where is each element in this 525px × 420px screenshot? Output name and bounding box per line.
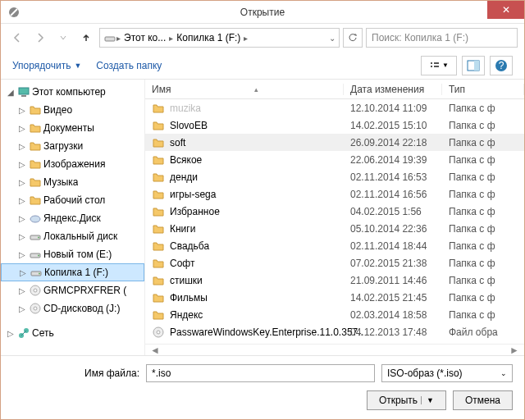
- folder-icon: [152, 291, 165, 304]
- file-row[interactable]: Всякое 22.06.2014 19:39 Папка с ф: [145, 151, 524, 168]
- file-date: 02.11.2014 18:44: [344, 240, 442, 252]
- navigation-tree[interactable]: ◢Этот компьютер ▷ Видео ▷ Документы ▷ За…: [1, 80, 144, 355]
- expand-icon[interactable]: ▷: [17, 214, 27, 223]
- back-button[interactable]: [7, 28, 27, 48]
- expand-icon[interactable]: ▷: [17, 286, 27, 295]
- file-name: Избранное: [170, 206, 220, 217]
- file-list[interactable]: Имя▴ Дата изменения Тип muzika 12.10.201…: [144, 80, 524, 355]
- expand-icon[interactable]: ▷: [17, 232, 27, 241]
- tree-item[interactable]: ▷ GRMCPRXFRER (: [1, 281, 144, 299]
- file-row[interactable]: денди 02.11.2014 16:53 Папка с ф: [145, 168, 524, 185]
- file-row[interactable]: PasswareWindowsKey.Enterprise.11.0.357..…: [145, 323, 524, 340]
- search-input[interactable]: Поиск: Копилка 1 (F:): [366, 28, 518, 48]
- view-mode-button[interactable]: ▼: [421, 56, 457, 75]
- file-row[interactable]: SlovoEB 14.02.2015 15:10 Папка с ф: [145, 116, 524, 134]
- file-row[interactable]: Избранное 04.02.2015 1:56 Папка с ф: [145, 203, 524, 220]
- file-row[interactable]: soft 26.09.2014 22:18 Папка с ф: [145, 134, 524, 151]
- filename-label: Имя файла:: [12, 368, 139, 379]
- expand-icon[interactable]: ▷: [6, 329, 16, 338]
- scroll-right-icon[interactable]: ►: [509, 345, 519, 355]
- column-name[interactable]: Имя▴: [145, 84, 344, 95]
- expand-icon[interactable]: ▷: [17, 124, 27, 133]
- tree-item[interactable]: ▷ Копилка 1 (F:): [1, 263, 144, 281]
- file-name: Софт: [170, 258, 194, 269]
- tree-computer[interactable]: ◢Этот компьютер: [1, 83, 144, 101]
- svg-rect-10: [19, 88, 29, 94]
- file-row[interactable]: Свадьба 02.11.2014 18:44 Папка с ф: [145, 237, 524, 254]
- organize-button[interactable]: Упорядочить ▼: [12, 60, 81, 71]
- preview-pane-button[interactable]: [462, 56, 485, 75]
- tree-item[interactable]: ▷ Музыка: [1, 173, 144, 191]
- folder-icon: [152, 308, 165, 322]
- file-name: soft: [170, 137, 185, 148]
- expand-icon[interactable]: ▷: [17, 304, 27, 313]
- forward-button[interactable]: [30, 28, 50, 48]
- breadcrumb-seg-computer[interactable]: Этот ко...: [121, 32, 169, 43]
- refresh-button[interactable]: [343, 28, 363, 48]
- scroll-left-icon[interactable]: ◄: [150, 345, 160, 355]
- file-row[interactable]: Книги 05.10.2014 22:36 Папка с ф: [145, 220, 524, 237]
- up-button[interactable]: [76, 28, 96, 48]
- recent-dropdown[interactable]: [53, 28, 73, 48]
- chevron-down-icon[interactable]: ⌄: [329, 34, 336, 43]
- column-date[interactable]: Дата изменения: [344, 84, 442, 95]
- tree-item[interactable]: ▷ Рабочий стол: [1, 191, 144, 209]
- file-row[interactable]: Яндекс 02.03.2014 18:58 Папка с ф: [145, 306, 524, 323]
- svg-point-12: [30, 216, 40, 222]
- expand-icon[interactable]: ▷: [18, 268, 28, 277]
- tree-network[interactable]: ▷Сеть: [1, 324, 144, 342]
- expand-icon[interactable]: ▷: [17, 178, 27, 187]
- breadcrumb-seg-drive[interactable]: Копилка 1 (F:): [173, 32, 244, 43]
- tree-item[interactable]: ▷ Локальный диск: [1, 227, 144, 245]
- breadcrumb[interactable]: ▸ Этот ко... ▸ Копилка 1 (F:) ▸ ⌄: [99, 28, 340, 48]
- folder-icon: [29, 176, 42, 189]
- tree-item[interactable]: ▷ Видео: [1, 101, 144, 119]
- cancel-button[interactable]: Отмена: [453, 390, 513, 410]
- file-name: Всякое: [170, 154, 202, 166]
- folder-icon: [152, 102, 165, 115]
- svg-point-26: [157, 331, 160, 334]
- close-button[interactable]: ✕: [487, 1, 524, 19]
- expand-icon[interactable]: ▷: [17, 250, 27, 259]
- expand-icon[interactable]: ▷: [17, 160, 27, 169]
- tree-item[interactable]: ▷ CD-дисковод (J:): [1, 299, 144, 317]
- expand-icon[interactable]: ▷: [17, 106, 27, 115]
- tree-item[interactable]: ▷ Загрузки: [1, 137, 144, 155]
- column-type[interactable]: Тип: [442, 84, 524, 95]
- help-button[interactable]: ?: [490, 56, 513, 75]
- svg-point-22: [34, 307, 37, 310]
- folder-icon: [152, 188, 165, 201]
- open-button[interactable]: Открыть▼: [367, 390, 446, 410]
- expand-icon[interactable]: ▷: [17, 142, 27, 151]
- chevron-down-icon: ▼: [442, 62, 449, 69]
- filetype-select[interactable]: ISO-образ (*.iso)⌄: [381, 364, 513, 382]
- file-row[interactable]: Фильмы 14.02.2015 21:45 Папка с ф: [145, 289, 524, 306]
- collapse-icon[interactable]: ◢: [6, 88, 16, 97]
- expand-icon[interactable]: ▷: [17, 196, 27, 205]
- file-date: 21.09.2011 14:46: [344, 275, 442, 286]
- svg-point-14: [38, 237, 39, 239]
- column-headers[interactable]: Имя▴ Дата изменения Тип: [145, 80, 524, 99]
- svg-rect-2: [431, 62, 432, 64]
- file-row[interactable]: muzika 12.10.2014 11:09 Папка с ф: [145, 99, 524, 116]
- file-row[interactable]: Софт 07.02.2015 21:38 Папка с ф: [145, 254, 524, 272]
- file-date: 02.11.2014 16:53: [344, 171, 442, 183]
- file-date: 04.02.2015 1:56: [344, 206, 442, 217]
- file-type: Папка с ф: [442, 171, 524, 183]
- tree-item[interactable]: ▷ Новый том (E:): [1, 245, 144, 263]
- sort-asc-icon: ▴: [254, 85, 258, 94]
- file-row[interactable]: стишки 21.09.2011 14:46 Папка с ф: [145, 272, 524, 289]
- chevron-down-icon: ⌄: [500, 369, 507, 377]
- file-name: игры-sega: [170, 189, 216, 200]
- file-type: Папка с ф: [442, 309, 524, 321]
- file-name: SlovoEB: [170, 120, 208, 131]
- tree-item[interactable]: ▷ Документы: [1, 119, 144, 137]
- svg-rect-7: [474, 61, 479, 71]
- file-date: 02.11.2014 16:56: [344, 189, 442, 200]
- new-folder-button[interactable]: Создать папку: [96, 60, 162, 71]
- file-row[interactable]: игры-sega 02.11.2014 16:56 Папка с ф: [145, 185, 524, 203]
- tree-item[interactable]: ▷ Изображения: [1, 155, 144, 173]
- window-title: Открытие: [240, 7, 285, 18]
- tree-item[interactable]: ▷ Яндекс.Диск: [1, 209, 144, 227]
- filename-input[interactable]: [146, 364, 375, 382]
